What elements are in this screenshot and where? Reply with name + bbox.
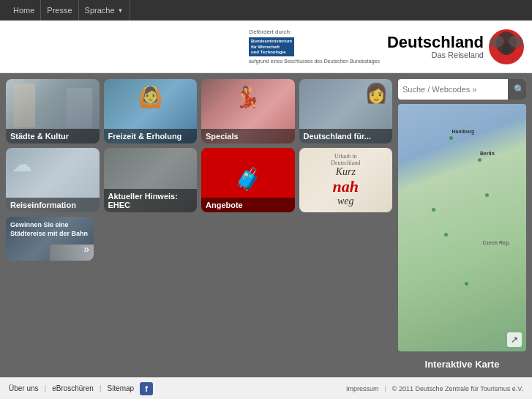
bahn-arrow-icon: » [83, 243, 89, 255]
map-dot-berlin [478, 158, 482, 162]
kurznahweg-text: Urlaub inDeutschland Kurz nah weg [331, 154, 360, 207]
brand-title: Deutschland [387, 34, 484, 51]
map-background: Berlin Hamburg Czech Rep. [398, 104, 526, 351]
map-dot-dresden [485, 193, 489, 197]
statue-decoration [13, 83, 35, 127]
tile-reise-label: Reiseinformation [6, 198, 100, 212]
tile-specials[interactable]: 💃 Specials [201, 79, 295, 143]
map-dot-frankfurt [444, 233, 448, 236]
sponsor-note: aufgrund eines Beschlusses des Deutschen… [249, 58, 380, 64]
tile-bahn[interactable]: Gewinnen Sie eine Städtereise mit der Ba… [6, 217, 94, 261]
bmwi-logo: Bundesministerium für Wirtschaft und Tec… [249, 37, 294, 56]
kurznahweg-subtitle: Urlaub inDeutschland [331, 154, 360, 167]
tile-ehec[interactable]: Aktueller Hinweis: EHEC [104, 148, 198, 212]
tile-row-1: Städte & Kultur 🙆 Freizeit & Erholung 💃 … [6, 79, 392, 143]
tile-kurznahweg[interactable]: Urlaub inDeutschland Kurz nah weg [299, 148, 393, 212]
reise-cloud-decoration: ☁ [12, 152, 32, 176]
nav-presse[interactable]: Presse [41, 0, 78, 20]
sponsor-prefix: Gefördert durch: [249, 29, 291, 36]
tile-angebote[interactable]: 🧳 Angebote [201, 148, 295, 212]
tile-freizeit-erholung[interactable]: 🙆 Freizeit & Erholung [104, 79, 198, 143]
nav-home[interactable]: Home [7, 0, 41, 20]
brand-text: Deutschland Das Reiseland [387, 34, 484, 59]
map-fullscreen-button[interactable]: ↗ [507, 332, 522, 347]
map-label-czech: Czech Rep. [483, 240, 511, 245]
footer-copyright: © 2011 Deutsche Zentrale für Tourismus e… [392, 385, 523, 392]
tile-freizeit-label: Freizeit & Erholung [104, 129, 198, 143]
tile-staedte-label: Städte & Kultur [6, 129, 100, 143]
tile-grid: Städte & Kultur 🙆 Freizeit & Erholung 💃 … [6, 79, 392, 371]
footer-link-ebroschuren[interactable]: eBroschüren [52, 384, 94, 392]
map-label-hamburg: Hamburg [452, 129, 475, 134]
tile-angebote-label: Angebote [201, 198, 295, 212]
tile-ehec-label: Aktueller Hinweis: EHEC [104, 189, 198, 212]
tile-reiseinformation[interactable]: ☁ Reiseinformation [6, 148, 100, 212]
brand-subtitle: Das Reiseland [387, 51, 484, 59]
specials-people-decoration: 💃 [235, 85, 261, 109]
svg-point-4 [502, 43, 511, 55]
footer-impressum[interactable]: Impressum [346, 385, 379, 392]
kurznahweg-content: Urlaub inDeutschland Kurz nah weg [299, 148, 393, 212]
footer-link-ueber[interactable]: Über uns [9, 384, 39, 392]
map-dot-hamburg [449, 136, 453, 140]
sponsor-block: Gefördert durch: Bundesministerium für W… [249, 29, 380, 64]
tile-row-3: Gewinnen Sie eine Städtereise mit der Ba… [6, 217, 392, 261]
map-dot-munich [465, 282, 468, 286]
tile-deutschland[interactable]: 👩 Deutschland für... [299, 79, 393, 143]
kurznahweg-nah: nah [331, 178, 360, 195]
search-button[interactable]: 🔍 [508, 79, 526, 100]
footer-right: Impressum | © 2011 Deutsche Zentrale für… [346, 385, 523, 392]
map-dot-koeln [432, 208, 435, 212]
map-label-berlin: Berlin [480, 151, 495, 156]
right-sidebar: 🔍 Berlin Hamburg Czech Rep. ↗ Interaktiv… [398, 79, 526, 371]
deutschland-figure-decoration: 👩 [364, 82, 388, 105]
brand-logo: Deutschland Das Reiseland [387, 29, 525, 65]
top-navigation: Home Presse Sprache ▼ [0, 0, 532, 20]
footer-link-sitemap[interactable]: Sitemap [108, 384, 135, 392]
map-container[interactable]: Berlin Hamburg Czech Rep. ↗ [398, 104, 526, 351]
footer: Über uns | eBroschüren | Sitemap f Impre… [0, 377, 532, 399]
tile-row-2: ☁ Reiseinformation Aktueller Hinweis: EH… [6, 148, 392, 212]
sprache-dropdown-arrow: ▼ [118, 7, 124, 14]
bahn-text: Gewinnen Sie eine Städtereise mit der Ba… [10, 221, 89, 238]
building-decoration [67, 88, 92, 128]
brand-eagle-icon [488, 29, 525, 65]
search-box: 🔍 [398, 79, 526, 100]
tile-deutschland-label: Deutschland für... [299, 129, 393, 143]
people-decoration: 🙆 [138, 85, 163, 109]
facebook-icon[interactable]: f [140, 382, 153, 395]
footer-left: Über uns | eBroschüren | Sitemap f [9, 382, 153, 395]
search-input[interactable] [398, 85, 508, 94]
header: Gefördert durch: Bundesministerium für W… [0, 20, 532, 73]
map-title: Interaktive Karte [398, 356, 526, 371]
suitcase-icon: 🧳 [234, 166, 261, 192]
kurznahweg-kurz: Kurz [331, 166, 360, 177]
nav-sprache[interactable]: Sprache ▼ [79, 0, 130, 20]
main-content: Städte & Kultur 🙆 Freizeit & Erholung 💃 … [0, 73, 532, 377]
tile-staedte-kultur[interactable]: Städte & Kultur [6, 79, 100, 143]
sponsor-logo: Bundesministerium für Wirtschaft und Tec… [249, 37, 294, 56]
tile-specials-label: Specials [201, 129, 295, 143]
kurznahweg-weg: weg [331, 195, 360, 206]
